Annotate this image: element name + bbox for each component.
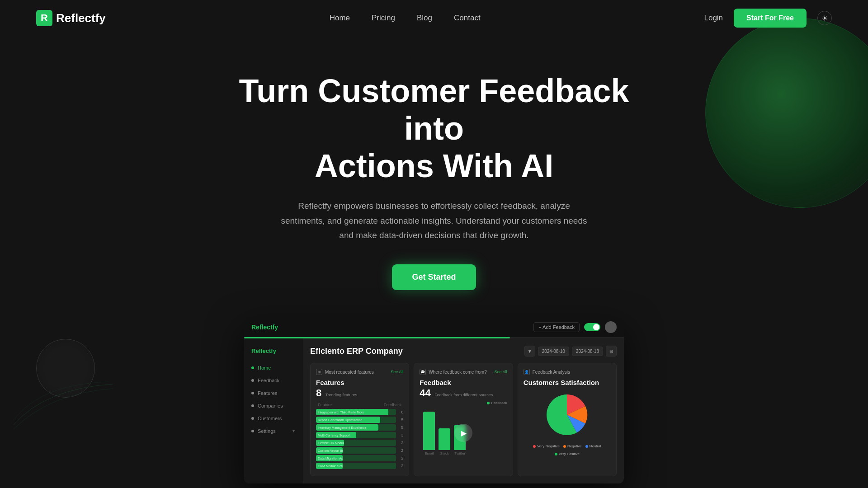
sidebar-dot-home (251, 366, 254, 369)
nav-blog[interactable]: Blog (417, 14, 432, 22)
app-topbar: Reflectfy + Add Feedback (244, 317, 624, 337)
legend-label: Neutral (590, 444, 601, 448)
sidebar-dot-companies (251, 404, 254, 407)
feature-bar: CRM Module Setup Wizard (316, 463, 343, 469)
sidebar-item-settings[interactable]: Settings ▼ (244, 425, 303, 437)
table-row: Integration with Third-Party Tools 6 (316, 409, 403, 415)
nav-contact[interactable]: Contact (454, 14, 481, 22)
user-avatar (605, 321, 617, 333)
table-row: Flexible HR Module Customization 2 (316, 440, 403, 446)
bar-group: Slack (439, 428, 450, 455)
feedback-card-tag: 💬 Where feedback come from? (420, 369, 486, 375)
toggle-switch[interactable] (584, 323, 600, 331)
logo[interactable]: R Reflectfy (36, 10, 106, 26)
table-row: Custom Report Builder 2 (316, 447, 403, 454)
features-card-tag: ⊞ Most requested features (316, 369, 374, 375)
features-count-label: Trending features (326, 393, 357, 397)
feedback-card: 💬 Where feedback come from? See All Feed… (414, 363, 513, 476)
legend-item: Neutral (585, 444, 601, 448)
cards-grid: ⊞ Most requested features See All Featur… (310, 363, 617, 476)
sidebar-dot-customers (251, 417, 254, 420)
table-row: Data Migration Assistant 2 (316, 455, 403, 461)
feature-bar: Inventory Management Excellence (316, 424, 378, 431)
bar-label: Email (425, 451, 434, 455)
feature-score: 2 (399, 441, 403, 445)
filter-icon[interactable]: ▼ (524, 346, 535, 357)
legend-color (563, 445, 566, 448)
sidebar-item-feedback[interactable]: Feedback (244, 374, 303, 387)
table-row: Report Generation Optimization 5 (316, 417, 403, 423)
get-started-button[interactable]: Get Started (392, 264, 476, 290)
sidebar-item-companies[interactable]: Companies (244, 399, 303, 412)
pie-chart (542, 390, 592, 440)
app-topbar-left: Reflectfy (251, 324, 278, 331)
legend-item: Very Positive (555, 452, 580, 456)
add-feedback-button[interactable]: + Add Feedback (533, 322, 580, 332)
sidebar-dot-settings (251, 430, 254, 432)
feature-bar: Data Migration Assistant (316, 455, 343, 461)
logo-text: Reflectfy (56, 11, 106, 25)
app-preview: Reflectfy + Add Feedback Reflectfy Home (244, 317, 624, 483)
feature-bar: Report Generation Optimization (316, 417, 380, 423)
feedback-icon: 💬 (420, 369, 426, 375)
features-count: 8 (316, 387, 321, 399)
feature-bar: Multi-Currency Support (316, 432, 356, 438)
features-card-header: ⊞ Most requested features See All (316, 369, 403, 375)
sidebar-item-home[interactable]: Home (244, 361, 303, 374)
bar-label: Slack (440, 451, 449, 455)
features-card: ⊞ Most requested features See All Featur… (310, 363, 409, 476)
table-row: Inventory Management Excellence 5 (316, 424, 403, 431)
features-see-all[interactable]: See All (391, 370, 403, 374)
bar (423, 412, 435, 450)
nav-pricing[interactable]: Pricing (372, 14, 395, 22)
app-main-header: Eficiento ERP Company ▼ 2024-08-10 2024-… (310, 346, 617, 357)
feature-bar: Flexible HR Module Customization (316, 440, 344, 446)
play-button[interactable]: ▶ (454, 424, 472, 442)
sidebar-dot-feedback (251, 379, 254, 382)
satisfaction-icon: 👤 (524, 369, 530, 375)
nav-home[interactable]: Home (330, 14, 350, 22)
bar-group: Email (423, 412, 435, 455)
theme-toggle-button[interactable]: ☀ (817, 11, 832, 25)
legend-item: Negative (563, 444, 582, 448)
logo-icon: R (36, 10, 52, 26)
feature-score: 2 (399, 464, 403, 468)
feature-bar-wrap: CRM Module Setup Wizard (316, 463, 396, 469)
table-row: CRM Module Setup Wizard 2 (316, 463, 403, 469)
bar-label: Twitter (455, 451, 466, 455)
date-range: ▼ 2024-08-10 2024-08-18 ⊟ (524, 346, 617, 357)
bar-chart-legend: Feedback (487, 401, 507, 405)
app-body: Reflectfy Home Feedback Features Compani… (244, 338, 624, 483)
sidebar-logo: Reflectfy (244, 344, 303, 361)
table-header: Feature Feedback (316, 403, 403, 407)
feature-score: 2 (399, 448, 403, 453)
app-main-content: Eficiento ERP Company ▼ 2024-08-10 2024-… (303, 338, 624, 483)
feature-score: 3 (399, 433, 403, 437)
sidebar-item-features[interactable]: Features (244, 387, 303, 399)
date-to[interactable]: 2024-08-18 (572, 347, 603, 356)
feedback-card-header: 💬 Where feedback come from? See All (420, 369, 507, 375)
legend-item: Very Negative (533, 444, 560, 448)
start-for-free-button[interactable]: Start For Free (734, 9, 807, 28)
nav-right: Login Start For Free ☀ (704, 9, 832, 28)
satisfaction-card: 👤 Feedback Analysis Customers Satisfacti… (518, 363, 617, 476)
feature-score: 2 (399, 456, 403, 460)
feature-bar-wrap: Inventory Management Excellence (316, 424, 396, 431)
feature-bar-wrap: Integration with Third-Party Tools (316, 409, 396, 415)
feature-bar-wrap: Custom Report Builder (316, 447, 396, 454)
app-sidebar: Reflectfy Home Feedback Features Compani… (244, 338, 303, 483)
login-link[interactable]: Login (704, 14, 723, 23)
satisfaction-card-tag: 👤 Feedback Analysis (524, 369, 570, 375)
legend-label: Very Negative (537, 444, 560, 448)
date-from[interactable]: 2024-08-10 (538, 347, 569, 356)
feedback-see-all[interactable]: See All (495, 370, 507, 374)
pie-chart-container: Very Negative Negative Neutral Very Posi… (524, 390, 611, 456)
feature-bar-wrap: Report Generation Optimization (316, 417, 396, 423)
sidebar-item-customers[interactable]: Customers (244, 412, 303, 425)
calendar-icon[interactable]: ⊟ (606, 346, 617, 357)
table-row: Multi-Currency Support 3 (316, 432, 403, 438)
feature-score: 5 (399, 418, 403, 422)
feedback-count: 44 (420, 387, 430, 399)
satisfaction-title: Customers Satisfaction (524, 379, 611, 386)
feature-score: 6 (399, 410, 403, 414)
